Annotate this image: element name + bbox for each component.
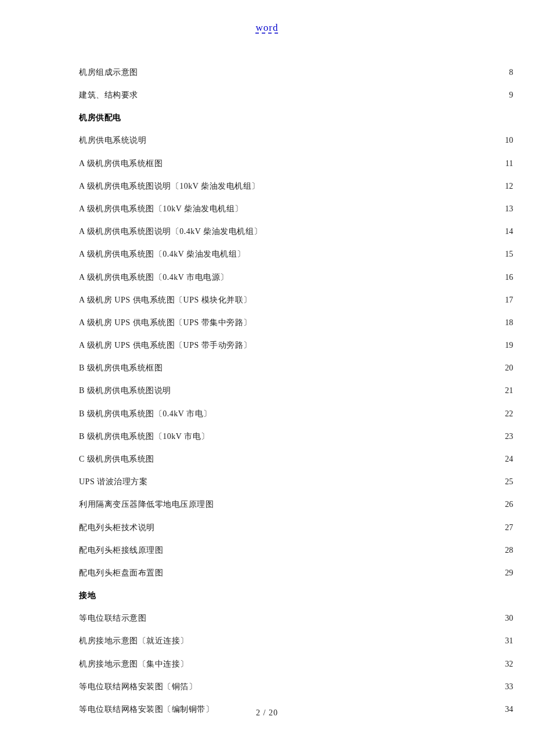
toc-page-number: 26 <box>500 499 513 510</box>
toc-entry: B 级机房供电系统图说明 21 <box>79 386 513 396</box>
toc-label: A 级机房供电系统图说明〔10kV 柴油发电机组〕 <box>79 181 260 192</box>
toc-label: 利用隔离变压器降低零地电压原理图 <box>79 499 214 510</box>
toc-entry: C 级机房供电系统图 24 <box>79 454 513 465</box>
toc-label: 等电位联结示意图 <box>79 613 146 624</box>
toc-content: 机房组成示意图 8 建筑、结构要求 9 机房供配电 机房供电系统说明 10 A … <box>0 38 534 715</box>
toc-label: 建筑、结构要求 <box>79 90 138 100</box>
toc-entry: B 级机房供电系统图〔10kV 市电〕 23 <box>79 431 513 442</box>
toc-label: A 级机房供电系统图〔10kV 柴油发电机组〕 <box>79 204 243 214</box>
toc-page-number: 31 <box>500 636 513 646</box>
toc-label: A 级机房 UPS 供电系统图〔UPS 带集中旁路〕 <box>79 318 252 328</box>
toc-page-number: 19 <box>500 340 513 351</box>
toc-label: 机房供电系统说明 <box>79 135 146 146</box>
toc-page-number: 32 <box>500 659 513 669</box>
toc-page-number: 30 <box>500 613 513 624</box>
toc-page-number: 22 <box>500 409 513 419</box>
toc-page-number: 25 <box>500 477 513 487</box>
toc-page-number: 23 <box>500 431 513 442</box>
toc-entry: 配电列头柜技术说明 27 <box>79 523 513 533</box>
toc-page-number: 29 <box>500 568 513 578</box>
toc-label: UPS 谐波治理方案 <box>79 477 147 487</box>
page-footer: 2 / 20 <box>0 708 534 718</box>
toc-label: A 级机房供电系统框图 <box>79 159 163 169</box>
toc-page-number: 15 <box>500 249 513 260</box>
toc-label: B 级机房供电系统图〔10kV 市电〕 <box>79 431 210 442</box>
toc-page-number: 13 <box>500 204 513 214</box>
toc-entry: 配电列头柜盘面布置图 29 <box>79 568 513 578</box>
toc-page-number: 8 <box>504 67 513 78</box>
toc-entry: 等电位联结示意图 30 <box>79 613 513 624</box>
toc-page-number: 9 <box>504 90 513 100</box>
toc-page-number: 16 <box>500 272 513 283</box>
toc-entry: A 级机房 UPS 供电系统图〔UPS 模块化并联〕 17 <box>79 295 513 305</box>
header-title: word <box>256 22 279 33</box>
toc-entry: A 级机房 UPS 供电系统图〔UPS 带集中旁路〕 18 <box>79 318 513 328</box>
toc-entry: B 级机房供电系统框图 20 <box>79 363 513 373</box>
toc-label: A 级机房 UPS 供电系统图〔UPS 带手动旁路〕 <box>79 340 252 351</box>
toc-page-number: 14 <box>500 226 513 237</box>
toc-entry: A 级机房供电系统框图 11 <box>79 159 513 169</box>
toc-entry: A 级机房供电系统图说明〔0.4kV 柴油发电机组〕 14 <box>79 226 513 237</box>
toc-page-number: 17 <box>500 295 513 305</box>
toc-label: 配电列头柜盘面布置图 <box>79 568 163 578</box>
toc-page-number: 10 <box>500 135 513 146</box>
toc-entry: UPS 谐波治理方案 25 <box>79 477 513 487</box>
toc-label: 等电位联结网格安装图〔铜箔〕 <box>79 682 197 692</box>
toc-entry: 建筑、结构要求 9 <box>79 90 513 100</box>
toc-label: 配电列头柜接线原理图 <box>79 545 163 556</box>
toc-page-number: 28 <box>500 545 513 556</box>
toc-entry: A 级机房 UPS 供电系统图〔UPS 带手动旁路〕 19 <box>79 340 513 351</box>
toc-label: B 级机房供电系统图说明 <box>79 386 171 396</box>
toc-label: A 级机房供电系统图〔0.4kV 柴油发电机组〕 <box>79 249 246 260</box>
toc-label: A 级机房 UPS 供电系统图〔UPS 模块化并联〕 <box>79 295 252 305</box>
toc-label: 配电列头柜技术说明 <box>79 523 155 533</box>
toc-entry: 等电位联结网格安装图〔铜箔〕 33 <box>79 682 513 692</box>
page-header: word <box>0 0 534 38</box>
toc-entry: A 级机房供电系统图说明〔10kV 柴油发电机组〕 12 <box>79 181 513 192</box>
toc-label: A 级机房供电系统图说明〔0.4kV 柴油发电机组〕 <box>79 226 262 237</box>
section-heading-power: 机房供配电 <box>79 113 513 123</box>
toc-label: B 级机房供电系统框图 <box>79 363 163 373</box>
toc-page-number: 20 <box>500 363 513 373</box>
page-indicator: 2 / 20 <box>256 708 278 717</box>
toc-entry: B 级机房供电系统图〔0.4kV 市电〕 22 <box>79 409 513 419</box>
toc-entry: 利用隔离变压器降低零地电压原理图 26 <box>79 499 513 510</box>
toc-entry: 机房接地示意图〔集中连接〕 32 <box>79 659 513 669</box>
toc-page-number: 21 <box>500 386 513 396</box>
toc-page-number: 12 <box>500 181 513 192</box>
toc-entry: A 级机房供电系统图〔0.4kV 柴油发电机组〕 15 <box>79 249 513 260</box>
toc-page-number: 24 <box>500 454 513 465</box>
toc-entry: A 级机房供电系统图〔10kV 柴油发电机组〕 13 <box>79 204 513 214</box>
toc-entry: 配电列头柜接线原理图 28 <box>79 545 513 556</box>
toc-entry: 机房供电系统说明 10 <box>79 135 513 146</box>
toc-label: 机房接地示意图〔就近连接〕 <box>79 636 189 646</box>
toc-page-number: 18 <box>500 318 513 328</box>
toc-label: 机房接地示意图〔集中连接〕 <box>79 659 189 669</box>
toc-label: B 级机房供电系统图〔0.4kV 市电〕 <box>79 409 212 419</box>
toc-label: 机房组成示意图 <box>79 67 138 78</box>
toc-page-number: 11 <box>501 159 513 169</box>
toc-entry: A 级机房供电系统图〔0.4kV 市电电源〕 16 <box>79 272 513 283</box>
toc-entry: 机房组成示意图 8 <box>79 67 513 78</box>
section-heading-grounding: 接地 <box>79 591 513 601</box>
toc-page-number: 33 <box>500 682 513 692</box>
toc-label: C 级机房供电系统图 <box>79 454 154 465</box>
toc-page-number: 27 <box>500 523 513 533</box>
toc-entry: 机房接地示意图〔就近连接〕 31 <box>79 636 513 646</box>
toc-label: A 级机房供电系统图〔0.4kV 市电电源〕 <box>79 272 229 283</box>
